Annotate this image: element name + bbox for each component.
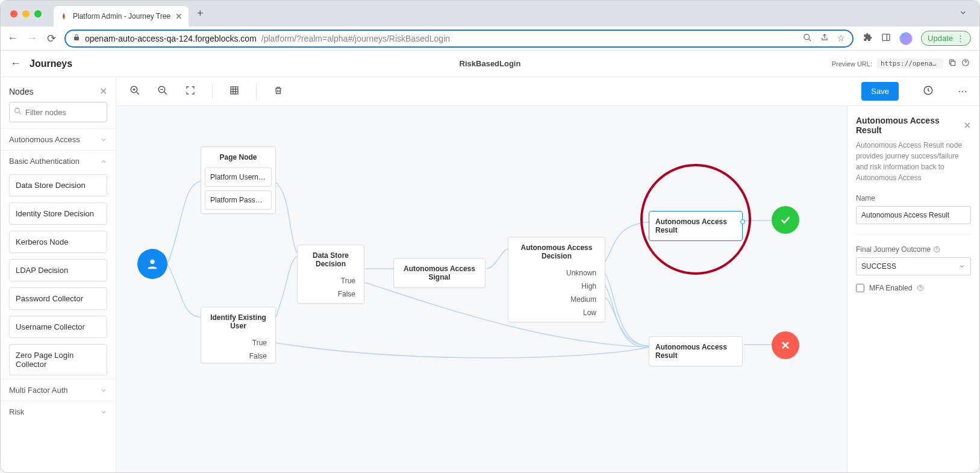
page-title: Journeys [30, 58, 72, 69]
outcome-label: Final Journey Outcome [856, 245, 971, 254]
tab-title: Platform Admin - Journey Tree [73, 12, 170, 20]
url-host: openam-auto-access-qa-124.forgeblocks.co… [85, 34, 257, 43]
app-header: ← Journeys RiskBasedLogin Preview URL: h… [1, 51, 979, 77]
svg-rect-7 [231, 87, 238, 94]
window-close[interactable] [10, 10, 17, 17]
window-minimize[interactable] [22, 10, 30, 17]
filter-nodes-input[interactable] [9, 102, 107, 122]
panel-description: Autonomous Access Result node provides j… [856, 140, 971, 183]
node-item[interactable]: Password Collector [9, 287, 107, 310]
bookmark-icon[interactable]: ☆ [837, 33, 845, 44]
start-node[interactable] [137, 249, 167, 279]
autonomous-access-signal-node[interactable]: Autonomous Access Signal [393, 258, 485, 288]
browser-tab[interactable]: Platform Admin - Journey Tree ✕ [54, 6, 189, 27]
panel-close-icon[interactable]: ✕ [964, 121, 971, 130]
url-path: /platform/?realm=alpha#/journeys/RiskBas… [261, 34, 450, 43]
nodes-sidebar: Nodes ✕ Autonomous Access Basic Authenti… [1, 77, 116, 472]
success-outcome-node[interactable] [772, 206, 799, 234]
search-icon [14, 107, 22, 117]
new-tab-button[interactable]: + [197, 7, 204, 20]
node-item[interactable]: Identity Store Decision [9, 202, 107, 225]
copy-icon[interactable] [948, 58, 957, 69]
zoom-in-icon[interactable] [128, 85, 142, 98]
extensions-icon[interactable] [863, 33, 873, 45]
autonomous-access-result-fail-node[interactable]: Autonomous Access Result [649, 336, 743, 366]
page-node[interactable]: Page Node Platform Usern… Platform Passw… [201, 146, 276, 214]
info-icon[interactable] [917, 284, 924, 292]
group-autonomous-access[interactable]: Autonomous Access [1, 128, 116, 150]
svg-point-0 [804, 34, 810, 39]
zoom-out-icon[interactable] [156, 85, 169, 98]
svg-point-4 [15, 108, 20, 113]
node-item[interactable]: Zero Page Login Collector [9, 344, 107, 375]
sidebar-close-icon[interactable]: ✕ [99, 86, 107, 97]
browser-tab-bar: Platform Admin - Journey Tree ✕ + [1, 1, 979, 27]
sidebar-title: Nodes [9, 87, 33, 96]
nav-back-button[interactable]: ← [7, 32, 19, 45]
node-item[interactable]: Username Collector [9, 316, 107, 338]
info-icon[interactable] [933, 246, 940, 253]
preview-url-label: Preview URL: [832, 60, 872, 67]
mfa-enabled-checkbox[interactable]: MFA Enabled [856, 284, 971, 292]
panel-icon[interactable] [881, 33, 891, 45]
lock-icon [73, 34, 80, 43]
back-button[interactable]: ← [10, 57, 21, 70]
canvas-toolbar: Save ⋯ [116, 77, 979, 106]
node-item[interactable]: LDAP Decision [9, 259, 107, 281]
omnibox-actions: ☆ [803, 33, 845, 44]
journey-name: RiskBasedLogin [460, 59, 521, 68]
preview-url-value: https://openam-auto… [877, 58, 943, 69]
profile-avatar[interactable] [899, 32, 913, 45]
name-input[interactable] [856, 206, 971, 224]
grid-icon[interactable] [228, 86, 241, 98]
autonomous-access-result-success-node[interactable]: Autonomous Access Result [649, 211, 743, 241]
group-risk[interactable]: Risk [1, 401, 116, 422]
zoom-icon[interactable] [803, 33, 812, 44]
nav-reload-button[interactable]: ⟳ [45, 32, 57, 45]
svg-point-9 [150, 260, 154, 264]
tab-close-icon[interactable]: ✕ [175, 11, 183, 21]
share-icon[interactable] [820, 33, 829, 44]
data-store-decision-node[interactable]: Data Store Decision True False [297, 245, 364, 304]
address-bar[interactable]: openam-auto-access-qa-124.forgeblocks.co… [64, 30, 854, 48]
outcome-select[interactable]: SUCCESS [856, 257, 971, 275]
update-button[interactable]: Update⋮ [921, 31, 971, 46]
more-icon[interactable]: ⋯ [958, 86, 967, 97]
window-controls [10, 10, 42, 17]
delete-icon[interactable] [272, 86, 285, 98]
nav-forward-button[interactable]: → [26, 32, 38, 45]
svg-rect-2 [951, 61, 955, 66]
window-maximize[interactable] [34, 10, 42, 17]
save-button[interactable]: Save [861, 82, 899, 101]
node-item[interactable]: Kerberos Node [9, 231, 107, 253]
history-icon[interactable] [923, 85, 934, 98]
svg-rect-1 [882, 34, 890, 40]
node-item[interactable]: Data Store Decision [9, 174, 107, 196]
help-icon[interactable] [961, 58, 970, 69]
identify-existing-user-node[interactable]: Identify Existing User True False [201, 307, 276, 363]
name-label: Name [856, 194, 971, 202]
favicon-icon [60, 12, 68, 20]
fit-screen-icon[interactable] [184, 86, 197, 98]
journey-canvas[interactable]: Page Node Platform Usern… Platform Passw… [116, 106, 847, 472]
group-basic-authentication[interactable]: Basic Authentication [1, 150, 116, 172]
group-multi-factor-auth[interactable]: Multi Factor Auth [1, 379, 116, 401]
autonomous-access-decision-node[interactable]: Autonomous Access Decision Unknown High … [508, 237, 605, 322]
browser-toolbar: ← → ⟳ openam-auto-access-qa-124.forgeblo… [1, 27, 979, 51]
panel-title: Autonomous Access Result [856, 116, 964, 135]
tabs-overflow-button[interactable] [959, 8, 967, 19]
properties-panel: Autonomous Access Result ✕ Autonomous Ac… [847, 106, 979, 472]
canvas-area: Save ⋯ [116, 77, 979, 472]
failure-outcome-node[interactable] [772, 331, 799, 359]
